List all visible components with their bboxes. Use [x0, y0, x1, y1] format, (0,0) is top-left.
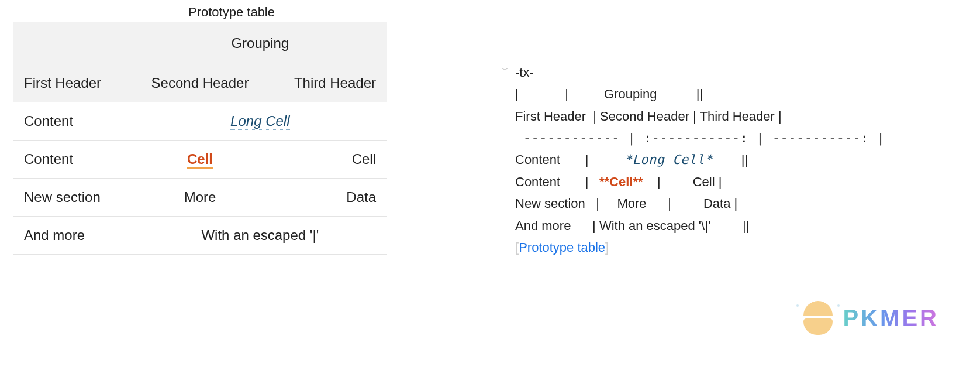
table-header-grouping: Grouping	[134, 22, 387, 64]
table-caption: Prototype table	[13, 5, 450, 20]
source-line[interactable]: Content | **Cell** | Cell |	[515, 174, 722, 189]
source-line[interactable]: [Prototype table]	[515, 240, 609, 255]
table-header-row: First Header Second Header Third Header	[13, 64, 387, 102]
link-bracket: ]	[605, 240, 609, 255]
source-line[interactable]: -tx-	[515, 65, 534, 80]
table-cell: Cell	[134, 141, 267, 179]
table-header-1: First Header	[13, 64, 134, 102]
watermark: PKMER	[801, 301, 939, 335]
table-cell-span: Long Cell	[134, 102, 387, 141]
prototype-table: Grouping First Header Second Header Thir…	[13, 22, 387, 255]
table-cell: New section	[13, 179, 134, 217]
table-cell: Data	[266, 179, 387, 217]
source-line[interactable]: And more | With an escaped '\|' ||	[515, 218, 750, 233]
table-header-2: Second Header	[134, 64, 267, 102]
internal-link[interactable]: Long Cell	[230, 113, 289, 130]
pkmer-logo-icon	[801, 301, 835, 335]
bold-markup: **Cell**	[599, 174, 643, 189]
table-cell: And more	[13, 217, 134, 255]
table-cell: More	[134, 179, 267, 217]
table-row: Content Cell Cell	[13, 141, 387, 179]
watermark-text: PKMER	[843, 305, 939, 331]
table-row: And more With an escaped '|'	[13, 217, 387, 255]
table-cell: Cell	[266, 141, 387, 179]
table-group-row: Grouping	[13, 22, 387, 64]
table-header-empty	[13, 22, 134, 64]
source-line[interactable]: ------------ | :-----------: | ---------…	[515, 131, 885, 145]
table-cell: Content	[13, 102, 134, 141]
table-row: New section More Data	[13, 179, 387, 217]
source-line[interactable]: New section | More | Data |	[515, 196, 737, 211]
table-cell-span: With an escaped '|'	[134, 217, 387, 255]
table-header-3: Third Header	[266, 64, 387, 102]
source-line[interactable]: | | Grouping ||	[515, 87, 703, 101]
fold-chevron-icon[interactable]: ﹀	[501, 63, 509, 77]
source-line[interactable]: First Header | Second Header | Third Hea…	[515, 109, 782, 124]
caption-link: Prototype table	[519, 240, 605, 255]
unresolved-link[interactable]: Cell	[187, 151, 213, 169]
source-line[interactable]: Content | *Long Cell* ||	[515, 152, 748, 167]
italic-markup: *Long Cell*	[624, 152, 713, 167]
table-cell: Content	[13, 141, 134, 179]
markdown-source-editor[interactable]: ﹀ -tx- | | Grouping || First Header | Se…	[515, 18, 962, 258]
table-row: Content Long Cell	[13, 102, 387, 141]
